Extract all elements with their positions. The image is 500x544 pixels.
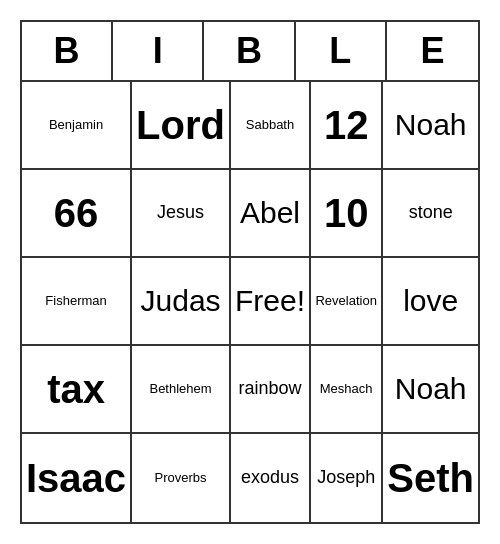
cell-text-3-2: rainbow (238, 378, 301, 400)
cell-1-1: Jesus (132, 170, 231, 258)
cell-3-2: rainbow (231, 346, 311, 434)
bingo-grid: BenjaminLordSabbath12Noah66JesusAbel10st… (22, 82, 478, 522)
cell-text-3-4: Noah (395, 371, 467, 407)
cell-text-3-0: tax (47, 365, 105, 413)
cell-text-2-3: Revelation (315, 293, 376, 309)
cell-text-1-3: 10 (324, 189, 369, 237)
cell-text-4-3: Joseph (317, 467, 375, 489)
cell-text-1-0: 66 (54, 189, 99, 237)
bingo-card: BIBLE BenjaminLordSabbath12Noah66JesusAb… (20, 20, 480, 524)
cell-text-4-1: Proverbs (155, 470, 207, 486)
cell-0-0: Benjamin (22, 82, 132, 170)
cell-2-3: Revelation (311, 258, 383, 346)
cell-2-2: Free! (231, 258, 311, 346)
cell-text-2-2: Free! (235, 283, 305, 319)
cell-text-0-3: 12 (324, 101, 369, 149)
header-letter-B-0: B (22, 22, 113, 80)
cell-2-4: love (383, 258, 478, 346)
cell-text-1-2: Abel (240, 195, 300, 231)
cell-4-3: Joseph (311, 434, 383, 522)
cell-4-1: Proverbs (132, 434, 231, 522)
cell-text-3-3: Meshach (320, 381, 373, 397)
header-letter-B-2: B (204, 22, 295, 80)
cell-3-3: Meshach (311, 346, 383, 434)
cell-text-0-2: Sabbath (246, 117, 294, 133)
cell-text-3-1: Bethlehem (149, 381, 211, 397)
cell-text-4-2: exodus (241, 467, 299, 489)
cell-0-2: Sabbath (231, 82, 311, 170)
cell-0-4: Noah (383, 82, 478, 170)
cell-0-1: Lord (132, 82, 231, 170)
header-letter-I-1: I (113, 22, 204, 80)
cell-3-0: tax (22, 346, 132, 434)
cell-text-2-1: Judas (141, 283, 221, 319)
cell-text-4-0: Isaac (26, 454, 126, 502)
cell-0-3: 12 (311, 82, 383, 170)
cell-text-2-0: Fisherman (45, 293, 106, 309)
cell-4-0: Isaac (22, 434, 132, 522)
cell-1-0: 66 (22, 170, 132, 258)
cell-text-0-0: Benjamin (49, 117, 103, 133)
cell-text-2-4: love (403, 283, 458, 319)
cell-text-0-1: Lord (136, 101, 225, 149)
cell-2-0: Fisherman (22, 258, 132, 346)
cell-text-1-4: stone (409, 202, 453, 224)
cell-4-4: Seth (383, 434, 478, 522)
header-letter-L-3: L (296, 22, 387, 80)
cell-text-1-1: Jesus (157, 202, 204, 224)
cell-1-3: 10 (311, 170, 383, 258)
bingo-header: BIBLE (22, 22, 478, 82)
header-letter-E-4: E (387, 22, 478, 80)
cell-text-0-4: Noah (395, 107, 467, 143)
cell-1-4: stone (383, 170, 478, 258)
cell-1-2: Abel (231, 170, 311, 258)
cell-4-2: exodus (231, 434, 311, 522)
cell-3-4: Noah (383, 346, 478, 434)
cell-2-1: Judas (132, 258, 231, 346)
cell-text-4-4: Seth (387, 454, 474, 502)
cell-3-1: Bethlehem (132, 346, 231, 434)
